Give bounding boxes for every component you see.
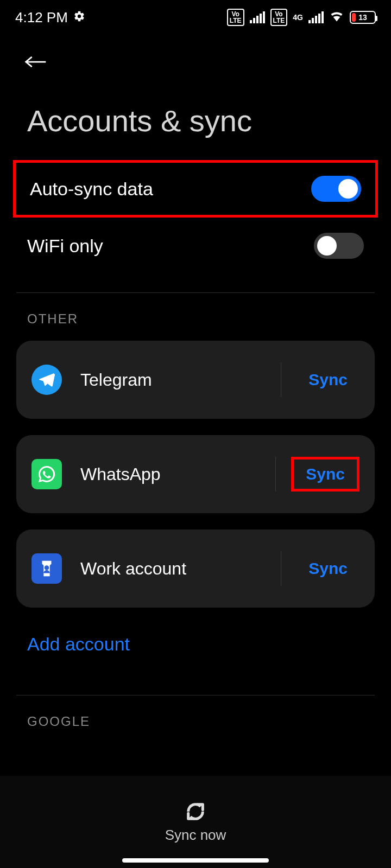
- auto-sync-label: Auto-sync data: [30, 178, 153, 200]
- signal-2-icon: [308, 11, 324, 23]
- card-divider: [275, 457, 276, 492]
- section-header-google: GOOGLE: [0, 714, 391, 743]
- wifi-only-toggle[interactable]: [314, 233, 364, 259]
- network-type-label: 4G: [293, 13, 303, 22]
- back-button[interactable]: [0, 35, 391, 76]
- account-row-work[interactable]: Work account Sync: [16, 529, 375, 608]
- divider: [16, 695, 375, 695]
- work-account-icon: [31, 553, 62, 584]
- volte-badge-icon: VoLTE: [227, 9, 244, 26]
- sync-icon: [185, 801, 206, 822]
- home-indicator[interactable]: [122, 858, 269, 863]
- account-row-whatsapp[interactable]: WhatsApp Sync: [16, 435, 375, 513]
- volte-badge-2-icon: VoLTE: [270, 9, 288, 26]
- section-header-other: OTHER: [0, 311, 391, 341]
- battery-icon: 13: [350, 11, 376, 24]
- sync-now-label: Sync now: [165, 827, 226, 844]
- wifi-only-label: WiFi only: [27, 235, 103, 257]
- page-title: Accounts & sync: [0, 76, 391, 160]
- auto-sync-toggle[interactable]: [311, 176, 361, 202]
- signal-1-icon: [250, 11, 265, 23]
- divider: [16, 292, 375, 293]
- auto-sync-row[interactable]: Auto-sync data: [13, 160, 378, 218]
- sync-now-button[interactable]: Sync now: [0, 776, 391, 868]
- wifi-only-row[interactable]: WiFi only: [0, 218, 391, 274]
- account-name: Telegram: [62, 370, 281, 390]
- sync-button-telegram[interactable]: Sync: [297, 365, 360, 394]
- whatsapp-icon: [31, 459, 62, 489]
- account-name: Work account: [62, 559, 281, 579]
- account-row-telegram[interactable]: Telegram Sync: [16, 341, 375, 419]
- battery-percent: 13: [351, 13, 375, 22]
- sync-button-whatsapp[interactable]: Sync: [291, 457, 360, 492]
- card-divider: [281, 551, 281, 586]
- card-divider: [281, 362, 281, 397]
- wifi-icon: [329, 8, 344, 27]
- status-time: 4:12 PM: [15, 9, 68, 26]
- telegram-icon: [31, 365, 62, 395]
- account-name: WhatsApp: [62, 464, 275, 484]
- sync-button-work[interactable]: Sync: [297, 554, 360, 583]
- status-bar: 4:12 PM VoLTE VoLTE 4G 13: [0, 0, 391, 35]
- gear-icon: [73, 9, 85, 26]
- add-account-button[interactable]: Add account: [0, 624, 391, 676]
- arrow-left-icon: [24, 50, 48, 74]
